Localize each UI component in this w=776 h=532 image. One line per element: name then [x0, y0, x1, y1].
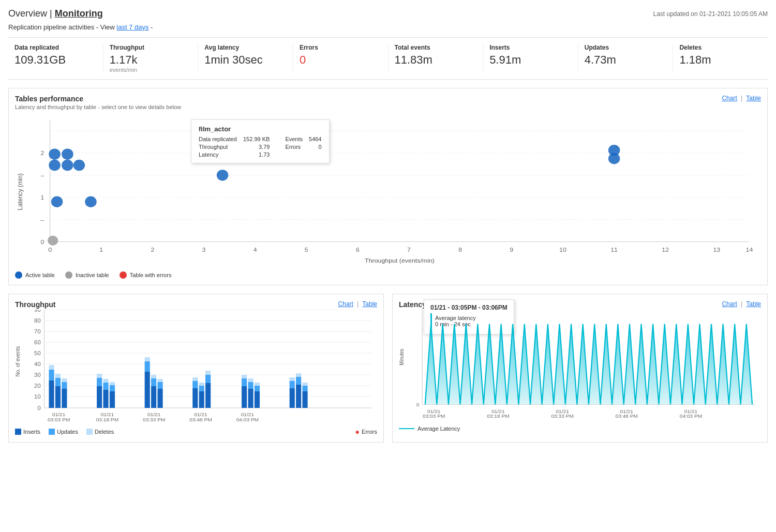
- svg-text:0: 0: [416, 403, 420, 407]
- svg-text:03:33 PM: 03:33 PM: [143, 417, 165, 422]
- throughput-table-link[interactable]: Table: [362, 300, 377, 308]
- tables-table-link[interactable]: Table: [746, 95, 761, 102]
- svg-rect-69: [62, 389, 67, 408]
- metric-deletes: Deletes 1.18m: [673, 44, 768, 73]
- tooltip-data-replicated-value: 152.99 KB: [243, 136, 270, 142]
- svg-text:90: 90: [34, 310, 41, 313]
- svg-text:2: 2: [151, 246, 154, 253]
- svg-rect-64: [49, 370, 54, 381]
- throughput-chart-link[interactable]: Chart: [338, 300, 353, 308]
- svg-text:03:03 PM: 03:03 PM: [423, 414, 445, 419]
- svg-rect-96: [205, 383, 211, 408]
- latency-legend: Average Latency: [399, 425, 761, 432]
- metric-updates: Updates 4.73m: [578, 44, 674, 73]
- svg-rect-104: [248, 378, 253, 382]
- svg-rect-67: [55, 378, 61, 386]
- svg-text:12: 12: [662, 246, 669, 253]
- tables-performance-section: Tables performance Latency and throughpu…: [8, 88, 768, 285]
- svg-rect-63: [49, 381, 54, 408]
- svg-rect-87: [157, 389, 162, 408]
- tooltip-throughput-value: 3.79: [259, 144, 270, 150]
- svg-text:10: 10: [34, 394, 41, 400]
- svg-text:01/21: 01/21: [684, 409, 697, 414]
- svg-point-33: [73, 160, 85, 171]
- deletes-label: Deletes: [95, 429, 114, 435]
- tables-chart-link[interactable]: Chart: [722, 95, 737, 102]
- tooltip-latency-value: 1.73: [259, 151, 270, 158]
- svg-text:–: –: [40, 216, 44, 223]
- svg-rect-79: [110, 385, 115, 391]
- tooltip-events-label: Events: [285, 136, 303, 142]
- svg-text:0: 0: [48, 246, 52, 253]
- metric-label-4: Total events: [395, 44, 477, 51]
- svg-rect-109: [290, 381, 295, 388]
- svg-rect-100: [242, 378, 247, 386]
- svg-text:04:03 PM: 04:03 PM: [680, 414, 702, 419]
- metric-label-6: Updates: [585, 44, 667, 51]
- legend-active-table: Active table: [15, 271, 55, 279]
- svg-point-30: [62, 148, 73, 159]
- last-updated-text: Last updated on 01-21-2021 10:05:05 AM: [653, 10, 768, 18]
- svg-point-34: [51, 196, 63, 207]
- svg-point-29: [49, 148, 61, 159]
- metric-label-0: Data replicated: [14, 44, 97, 51]
- legend-error-table: Table with errors: [120, 271, 172, 279]
- legend-inactive-label: Inactive table: [76, 272, 109, 278]
- svg-text:03:48 PM: 03:48 PM: [616, 414, 638, 419]
- metric-value-3: 0: [300, 53, 382, 67]
- errors-label: Errors: [362, 429, 377, 435]
- svg-rect-82: [145, 361, 150, 372]
- latency-chart-toggle: Chart | Table: [722, 300, 761, 308]
- svg-point-32: [62, 160, 73, 171]
- svg-rect-93: [199, 391, 204, 408]
- svg-rect-107: [255, 383, 260, 386]
- metric-value-1: 1.17k: [110, 53, 192, 67]
- metric-value-4: 11.83m: [395, 53, 477, 67]
- svg-rect-86: [151, 375, 156, 378]
- tooltip-errors-value: 0: [318, 144, 321, 150]
- svg-text:2: 2: [40, 150, 44, 157]
- scatter-svg: 0 – 1 – 2 0 1 2 3 4 5 6 7 8 9 10 11 12 1…: [15, 114, 761, 269]
- svg-rect-72: [97, 386, 102, 408]
- svg-rect-98: [205, 371, 211, 375]
- last-7-days-link[interactable]: last 7 days: [116, 23, 148, 31]
- latency-chart-link[interactable]: Chart: [722, 300, 737, 308]
- svg-rect-106: [255, 386, 260, 391]
- svg-text:Minutes: Minutes: [399, 349, 405, 366]
- svg-text:7: 7: [407, 246, 411, 253]
- svg-text:70: 70: [34, 329, 41, 335]
- legend-updates: Updates: [49, 429, 78, 435]
- metric-value-6: 4.73m: [585, 53, 667, 67]
- svg-rect-68: [55, 374, 61, 378]
- latency-table-link[interactable]: Table: [746, 300, 761, 308]
- page-title: Overview | Monitoring: [8, 8, 103, 19]
- title-main: Monitoring: [55, 8, 103, 19]
- metric-value-2: 1min 30sec: [204, 53, 287, 67]
- svg-text:1: 1: [40, 194, 44, 201]
- svg-rect-75: [103, 390, 108, 408]
- svg-rect-80: [110, 382, 115, 385]
- svg-rect-92: [192, 377, 198, 381]
- title-prefix: Overview |: [8, 8, 55, 19]
- svg-rect-114: [302, 391, 307, 408]
- svg-text:Latency (min): Latency (min): [16, 173, 23, 210]
- svg-text:11: 11: [610, 246, 618, 253]
- metric-inserts: Inserts 5.91m: [483, 44, 578, 73]
- svg-rect-88: [157, 382, 162, 389]
- svg-text:13: 13: [713, 246, 720, 253]
- svg-text:No. of events: No. of events: [15, 346, 21, 377]
- svg-text:01/21: 01/21: [52, 412, 65, 417]
- tooltip-throughput-label: Throughput: [199, 144, 228, 150]
- legend-inactive-table: Inactive table: [65, 271, 109, 279]
- svg-rect-95: [199, 383, 204, 386]
- metric-label-3: Errors: [300, 44, 382, 51]
- latency-legend-label: Average Latency: [417, 425, 460, 432]
- svg-point-35: [85, 196, 97, 207]
- svg-text:03:48 PM: 03:48 PM: [189, 417, 212, 422]
- subtitle: Replication pipeline activities - View l…: [8, 23, 768, 31]
- metric-total-events: Total events 11.83m: [389, 44, 484, 73]
- svg-rect-70: [62, 382, 67, 389]
- metric-label-7: Deletes: [679, 44, 762, 51]
- svg-text:3: 3: [202, 246, 206, 253]
- svg-text:01/21: 01/21: [241, 412, 254, 417]
